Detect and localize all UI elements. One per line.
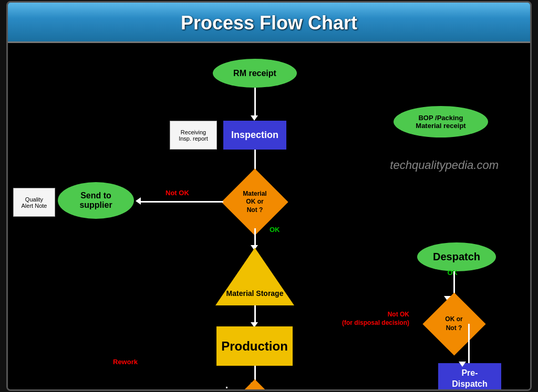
arrowhead-ok-not-packaging (459, 362, 466, 367)
arrow-ok-down (254, 228, 256, 247)
arrow-not-ok (139, 201, 223, 203)
arrow-ok-not-to-packaging (468, 324, 470, 363)
pre-dispatch-node: Pre- Dispatch Inspection (438, 363, 501, 391)
rework-label: Rework (113, 358, 138, 366)
rm-receipt-node: RM receipt (213, 59, 297, 88)
production-node: Production (216, 326, 293, 366)
chart-header: Process Flow Chart (8, 3, 530, 43)
material-storage-label: Material Storage (215, 289, 294, 298)
parts-ok-node: Are the parts ok? (226, 387, 284, 391)
not-ok-label-1: Not OK (165, 189, 189, 197)
inspection-node: Inspection (223, 121, 286, 150)
arrow-rm-down (254, 88, 256, 116)
material-storage-node: Material Storage (215, 248, 294, 305)
watermark: techqualitypedia.com (390, 158, 499, 172)
ok-not-diamond (422, 292, 485, 355)
not-ok-disposal-label: Not OK (for disposal decision) (342, 311, 409, 327)
chart-title: Process Flow Chart (8, 12, 530, 34)
arrowhead-not-ok (136, 197, 141, 205)
receiving-report-node: Receiving Insp. report (170, 121, 217, 150)
chart-container: Process Flow Chart techqualitypedia.com … (6, 1, 532, 391)
bop-packing-node: BOP /Packing Material receipt (394, 106, 488, 137)
despatch-node: Despatch (417, 242, 496, 271)
arrowhead-rm-down (251, 115, 258, 121)
material-ok-node: Material OK or Not ? (223, 176, 286, 228)
parts-ok-diamond (222, 379, 287, 391)
quality-alert-node: Quality Alert Note (13, 188, 55, 217)
ok-label-1: OK (270, 226, 280, 234)
send-supplier-node: Send to supplier (58, 182, 134, 219)
dummy (226, 387, 227, 388)
arrow-storage-prod (254, 305, 256, 324)
ok-label-despatch: OK (448, 269, 458, 277)
ok-not-node: OK or Not ? (425, 300, 483, 347)
flow-area: techqualitypedia.com RM receipt BOP /Pac… (8, 43, 530, 389)
